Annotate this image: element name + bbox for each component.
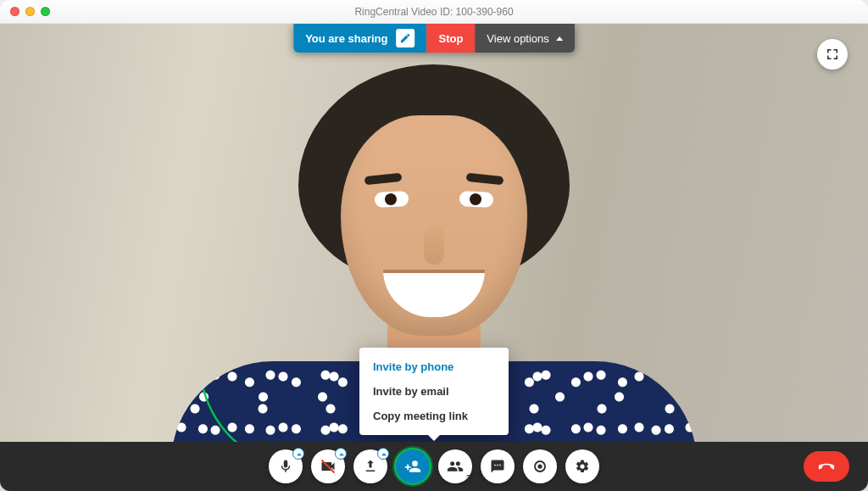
settings-button[interactable] — [565, 449, 599, 483]
end-call-button[interactable] — [804, 451, 849, 482]
camera-options-badge[interactable] — [335, 448, 347, 460]
meeting-toolbar: 2 — [0, 442, 868, 491]
participants-count: 2 — [466, 473, 470, 482]
chevron-up-icon — [556, 36, 563, 41]
toolbar-center: 2 — [269, 449, 599, 483]
traffic-lights — [0, 7, 50, 16]
invite-by-email-item[interactable]: Invite by email — [359, 379, 509, 404]
view-options-button[interactable]: View options — [475, 24, 574, 53]
annotate-button[interactable] — [396, 29, 415, 47]
invite-button[interactable] — [396, 449, 430, 483]
share-options-badge[interactable] — [377, 448, 389, 460]
invite-popup: Invite by phone Invite by email Copy mee… — [359, 348, 509, 435]
copy-meeting-link-item[interactable]: Copy meeting link — [359, 404, 509, 428]
participants-button[interactable]: 2 — [438, 449, 472, 483]
camera-button[interactable] — [311, 449, 345, 483]
minimize-window-button[interactable] — [25, 7, 35, 16]
titlebar: RingCentral Video ID: 100-390-960 — [0, 0, 868, 24]
sharing-label: You are sharing — [305, 32, 387, 45]
invite-by-phone-item[interactable]: Invite by phone — [359, 354, 509, 379]
share-button[interactable] — [353, 449, 387, 483]
view-options-label: View options — [487, 32, 548, 45]
fullscreen-button[interactable] — [817, 39, 848, 70]
stop-label: Stop — [438, 32, 463, 45]
sharing-bar: You are sharing Stop View options — [293, 24, 575, 53]
stop-sharing-button[interactable]: Stop — [426, 24, 475, 53]
svg-point-2 — [537, 464, 542, 468]
chat-button[interactable] — [481, 449, 515, 483]
window-title: RingCentral Video ID: 100-390-960 — [0, 6, 868, 18]
close-window-button[interactable] — [10, 7, 19, 16]
sharing-status: You are sharing — [293, 24, 426, 53]
mic-options-badge[interactable] — [292, 448, 304, 460]
record-button[interactable] — [523, 449, 557, 483]
mute-button[interactable] — [269, 449, 303, 483]
app-window: RingCentral Video ID: 100-390-960 You ar… — [0, 0, 868, 491]
maximize-window-button[interactable] — [41, 7, 50, 16]
video-area: You are sharing Stop View options Invite… — [0, 24, 868, 491]
